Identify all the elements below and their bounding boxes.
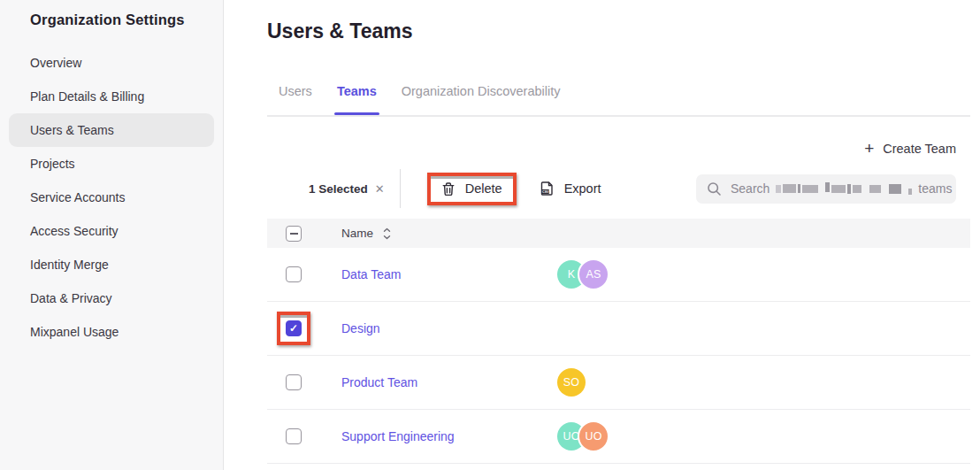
table-row-support-engineering: Support Engineering UOUO xyxy=(267,410,970,464)
teams-table: Name Data Team KAS xyxy=(267,219,970,464)
delete-label: Delete xyxy=(465,181,502,196)
tab-organization-discoverability[interactable]: Organization Discoverability xyxy=(402,84,561,115)
name-column-header: Name xyxy=(341,227,373,240)
row-checkbox[interactable] xyxy=(286,428,302,444)
redacted-text-blocks xyxy=(776,182,912,196)
sidebar-item-access-security[interactable]: Access Security xyxy=(9,214,214,248)
sidebar-item-identity-merge[interactable]: Identity Merge xyxy=(9,248,214,281)
checkbox-annotation-box xyxy=(286,428,302,444)
row-name-cell: Design xyxy=(341,321,557,335)
csv-file-icon: CSV xyxy=(540,181,555,196)
team-name-link[interactable]: Support Engineering xyxy=(341,429,455,443)
sidebar-item-projects[interactable]: Projects xyxy=(9,147,214,181)
tab-bar: Users Teams Organization Discoverability xyxy=(267,84,980,115)
export-button[interactable]: CSV Export xyxy=(540,181,601,196)
row-checkbox[interactable] xyxy=(286,374,302,390)
export-label: Export xyxy=(564,181,601,196)
table-row-data-team: Data Team KAS xyxy=(267,248,970,302)
row-checkbox[interactable] xyxy=(286,266,302,282)
tab-divider xyxy=(267,115,970,117)
close-icon: ✕ xyxy=(375,182,385,196)
row-name-cell: Data Team xyxy=(341,267,557,281)
row-checkbox-cell xyxy=(267,374,341,390)
row-checkbox-cell xyxy=(267,320,341,336)
row-avatars: UOUO xyxy=(557,420,609,452)
sidebar-item-data-privacy[interactable]: Data & Privacy xyxy=(9,281,214,315)
tab-users[interactable]: Users xyxy=(279,84,312,115)
main-content: Users & Teams Users Teams Organization D… xyxy=(224,0,980,470)
row-name-cell: Support Engineering xyxy=(341,429,557,443)
table-row-design: Design xyxy=(267,302,970,356)
search-icon xyxy=(707,181,722,196)
checkbox-annotation-box xyxy=(277,312,310,345)
sidebar-item-label: Mixpanel Usage xyxy=(30,325,119,339)
clear-selection-button[interactable]: ✕ xyxy=(375,182,385,196)
select-all-checkbox[interactable] xyxy=(286,226,302,242)
page-title: Users & Teams xyxy=(267,19,980,43)
create-team-label: Create Team xyxy=(883,142,956,156)
table-header-row: Name xyxy=(267,219,970,248)
row-name-cell: Product Team xyxy=(341,375,557,389)
row-checkbox-cell xyxy=(267,428,341,444)
tab-label: Users xyxy=(279,84,312,98)
row-avatars: KAS xyxy=(557,258,609,290)
member-avatar: AS xyxy=(578,258,609,290)
table-row-product-team: Product Team SO xyxy=(267,356,970,410)
checkbox-annotation-box xyxy=(286,266,302,282)
delete-annotation-box: Delete xyxy=(427,173,517,205)
team-name-link[interactable]: Design xyxy=(341,321,380,335)
svg-text:CSV: CSV xyxy=(542,190,549,194)
sidebar-item-label: Users & Teams xyxy=(30,123,114,137)
sidebar-item-users-teams[interactable]: Users & Teams xyxy=(9,113,214,147)
delete-button[interactable]: Delete xyxy=(441,181,502,196)
sidebar-title: Organization Settings xyxy=(30,12,223,28)
bulk-actions-toolbar: 1 Selected ✕ Delete xyxy=(267,169,970,208)
member-avatar: UO xyxy=(578,420,609,452)
header-checkbox-cell xyxy=(267,226,341,242)
team-name-link[interactable]: Product Team xyxy=(341,375,417,389)
team-name-link[interactable]: Data Team xyxy=(341,267,401,281)
tab-teams[interactable]: Teams xyxy=(337,84,377,115)
sort-icon[interactable] xyxy=(383,227,391,240)
member-avatar: SO xyxy=(557,368,586,397)
sidebar-item-label: Plan Details & Billing xyxy=(30,89,144,104)
row-checkbox[interactable] xyxy=(286,320,302,336)
organization-settings-page: Organization Settings Overview Plan Deta… xyxy=(0,0,980,470)
tab-label: Teams xyxy=(337,84,377,98)
sidebar-item-label: Overview xyxy=(30,56,81,70)
row-checkbox-cell xyxy=(267,266,341,282)
sidebar-item-label: Service Accounts xyxy=(30,190,125,204)
sidebar-item-mixpanel-usage[interactable]: Mixpanel Usage xyxy=(9,315,214,349)
plus-icon: + xyxy=(864,143,874,155)
sidebar-item-service-accounts[interactable]: Service Accounts xyxy=(9,181,214,214)
sidebar-item-label: Data & Privacy xyxy=(30,291,112,305)
sidebar-item-plan-details-billing[interactable]: Plan Details & Billing xyxy=(9,80,214,113)
create-row: + Create Team xyxy=(224,142,956,156)
checkbox-annotation-box xyxy=(286,374,302,390)
search-input[interactable]: Search teams xyxy=(696,174,956,204)
table-body: Data Team KAS Design Product Team SO xyxy=(267,248,970,464)
sidebar-item-overview[interactable]: Overview xyxy=(9,46,214,80)
sidebar: Organization Settings Overview Plan Deta… xyxy=(0,0,224,470)
search-placeholder: Search teams xyxy=(731,181,952,196)
toolbar-divider xyxy=(400,169,401,208)
create-team-button[interactable]: + Create Team xyxy=(864,142,956,156)
trash-icon xyxy=(441,181,456,196)
sidebar-item-label: Identity Merge xyxy=(30,258,109,272)
sidebar-item-label: Access Security xyxy=(30,224,119,238)
header-name-cell: Name xyxy=(341,227,557,240)
selected-count: 1 Selected xyxy=(309,182,368,196)
selection-summary: 1 Selected ✕ xyxy=(309,182,385,196)
row-avatars: SO xyxy=(557,368,586,397)
sidebar-item-label: Projects xyxy=(30,157,75,171)
tab-label: Organization Discoverability xyxy=(402,84,561,98)
sidebar-nav: Overview Plan Details & Billing Users & … xyxy=(0,46,223,349)
